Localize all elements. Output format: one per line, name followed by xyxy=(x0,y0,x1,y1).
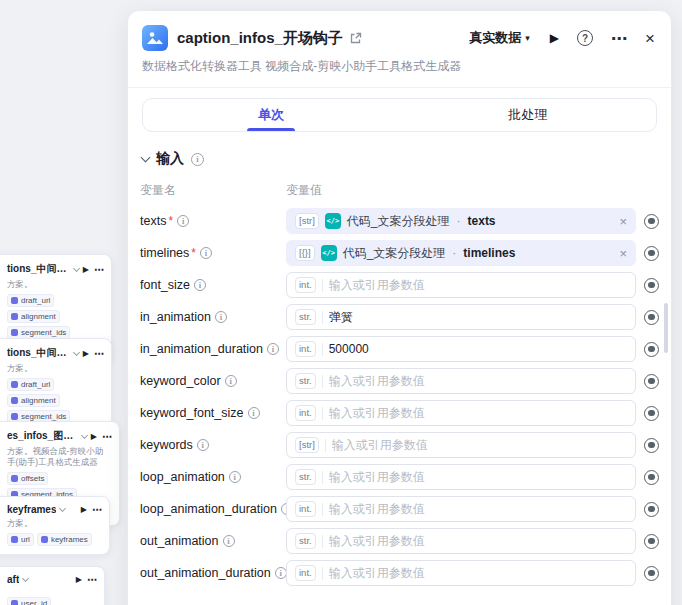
ref-separator: · xyxy=(457,214,461,228)
required-mark: * xyxy=(168,214,173,228)
info-icon[interactable] xyxy=(275,567,287,579)
info-icon[interactable] xyxy=(248,407,260,419)
output-tag: draft_url xyxy=(7,378,54,391)
param-value-input[interactable]: str. 弹簧 xyxy=(286,304,636,330)
workflow-canvas: tions_中间强调词_b ▶ ⋯ 方案。 draft_url alignmen… xyxy=(0,0,682,605)
input-row: loop_animation str. 输入或引用参数值 xyxy=(140,464,659,490)
help-icon[interactable]: ? xyxy=(577,30,593,46)
chevron-down-icon[interactable] xyxy=(73,264,80,271)
param-value-input[interactable]: int. 输入或引用参数值 xyxy=(286,496,636,522)
param-placeholder: 输入或引用参数值 xyxy=(329,405,425,422)
info-icon[interactable] xyxy=(223,535,235,547)
field-icon xyxy=(11,329,18,336)
focus-node-icon[interactable] xyxy=(644,534,659,549)
info-icon[interactable] xyxy=(197,439,209,451)
run-node-icon[interactable]: ▶ xyxy=(76,575,82,584)
info-icon[interactable] xyxy=(229,471,241,483)
ref-separator: · xyxy=(452,246,456,260)
output-tag: alignment xyxy=(7,394,60,407)
node-title: keyframes xyxy=(7,504,56,515)
more-icon[interactable]: ⋯ xyxy=(87,574,96,585)
run-node-icon[interactable]: ▶ xyxy=(91,432,97,441)
param-value-input[interactable]: int. 输入或引用参数值 xyxy=(286,400,636,426)
info-icon[interactable] xyxy=(267,343,279,355)
node-title: tions_中间强调词_b xyxy=(7,262,70,276)
focus-node-icon[interactable] xyxy=(644,246,659,261)
divider xyxy=(322,471,323,484)
node-description: 方案。 xyxy=(7,518,101,529)
focus-node-icon[interactable] xyxy=(644,278,659,293)
param-value-input[interactable]: int. 输入或引用参数值 xyxy=(286,272,636,298)
focus-node-icon[interactable] xyxy=(644,406,659,421)
param-value-reference[interactable]: [str] </> 代码_文案分段处理 · texts × xyxy=(286,208,636,234)
more-icon[interactable]: ⋯ xyxy=(92,504,101,515)
more-icon[interactable]: ⋯ xyxy=(611,29,627,48)
param-value-input[interactable]: str. 输入或引用参数值 xyxy=(286,464,636,490)
info-icon[interactable] xyxy=(191,153,204,166)
param-value-input[interactable]: int. 500000 xyxy=(286,336,636,362)
field-icon xyxy=(41,536,48,543)
run-button[interactable]: ▶ xyxy=(550,31,559,45)
focus-node-icon[interactable] xyxy=(644,310,659,325)
ref-field: texts xyxy=(468,214,496,228)
workflow-node[interactable]: keyframes ▶ ⋯ 方案。 url keyframes xyxy=(0,496,110,555)
info-icon[interactable] xyxy=(215,311,227,323)
focus-node-icon[interactable] xyxy=(644,566,659,581)
type-tag: str. xyxy=(295,533,316,548)
run-node-icon[interactable]: ▶ xyxy=(81,505,87,514)
type-tag: [{}] xyxy=(295,245,315,260)
data-mode-toggle[interactable]: 真实数据 ▾ xyxy=(469,29,530,47)
info-icon[interactable] xyxy=(177,215,189,227)
focus-node-icon[interactable] xyxy=(644,438,659,453)
chevron-down-icon[interactable] xyxy=(59,505,66,512)
info-icon[interactable] xyxy=(194,279,206,291)
param-placeholder: 输入或引用参数值 xyxy=(332,437,428,454)
focus-node-icon[interactable] xyxy=(644,502,659,517)
more-icon[interactable]: ⋯ xyxy=(94,264,103,275)
run-node-icon[interactable]: ▶ xyxy=(83,265,89,274)
param-value-reference[interactable]: [{}] </> 代码_文案分段处理 · timelines × xyxy=(286,240,636,266)
param-value-input[interactable]: str. 输入或引用参数值 xyxy=(286,368,636,394)
node-title: tions_中间强调词 xyxy=(7,346,70,360)
focus-node-icon[interactable] xyxy=(644,342,659,357)
workflow-node[interactable]: aft ▶ ⋯ user_id xyxy=(0,566,105,605)
info-icon[interactable] xyxy=(225,375,237,387)
tab-batch[interactable]: 批处理 xyxy=(400,99,657,131)
more-icon[interactable]: ⋯ xyxy=(102,431,111,442)
collapse-input-icon[interactable] xyxy=(141,153,151,163)
chevron-down-icon[interactable] xyxy=(81,431,88,438)
remove-reference-icon[interactable]: × xyxy=(613,247,627,260)
column-headers: 变量名 变量值 xyxy=(140,182,659,199)
chevron-down-icon[interactable] xyxy=(22,575,29,582)
input-section-header: 输入 xyxy=(142,150,657,168)
focus-node-icon[interactable] xyxy=(644,374,659,389)
mode-tabs: 单次 批处理 xyxy=(142,98,657,132)
remove-reference-icon[interactable]: × xyxy=(613,215,627,228)
focus-node-icon[interactable] xyxy=(644,470,659,485)
param-name: out_animation_duration xyxy=(140,566,271,580)
run-node-icon[interactable]: ▶ xyxy=(83,349,89,358)
field-icon xyxy=(11,600,18,605)
type-tag: [str] xyxy=(295,437,319,452)
param-value-input[interactable]: int. 输入或引用参数值 xyxy=(286,560,636,586)
scrollbar[interactable] xyxy=(664,303,668,353)
tab-single[interactable]: 单次 xyxy=(143,99,400,131)
close-icon[interactable]: × xyxy=(645,30,655,47)
ref-source: 代码_文案分段处理 xyxy=(347,213,450,230)
open-detail-icon[interactable] xyxy=(349,32,362,45)
input-row: loop_animation_duration int. 输入或引用参数值 xyxy=(140,496,659,522)
field-icon xyxy=(11,313,18,320)
output-tag: user_id xyxy=(7,597,51,605)
panel-header: caption_infos_开场钩子 真实数据 ▾ ▶ ? ⋯ × xyxy=(128,11,671,51)
focus-node-icon[interactable] xyxy=(644,214,659,229)
chevron-down-icon[interactable] xyxy=(73,348,80,355)
info-icon[interactable] xyxy=(200,247,212,259)
code-node-icon: </> xyxy=(325,213,341,229)
node-config-panel: caption_infos_开场钩子 真实数据 ▾ ▶ ? ⋯ × 数据格式化转… xyxy=(127,10,672,605)
node-description: 方案。视频合成-剪映小助手(助手)工具格式生成器 xyxy=(7,446,111,468)
param-value-input[interactable]: str. 输入或引用参数值 xyxy=(286,528,636,554)
input-row: out_animation_duration int. 输入或引用参数值 xyxy=(140,560,659,586)
type-tag: int. xyxy=(295,277,316,292)
more-icon[interactable]: ⋯ xyxy=(94,348,103,359)
param-value-input[interactable]: [str] 输入或引用参数值 xyxy=(286,432,636,458)
